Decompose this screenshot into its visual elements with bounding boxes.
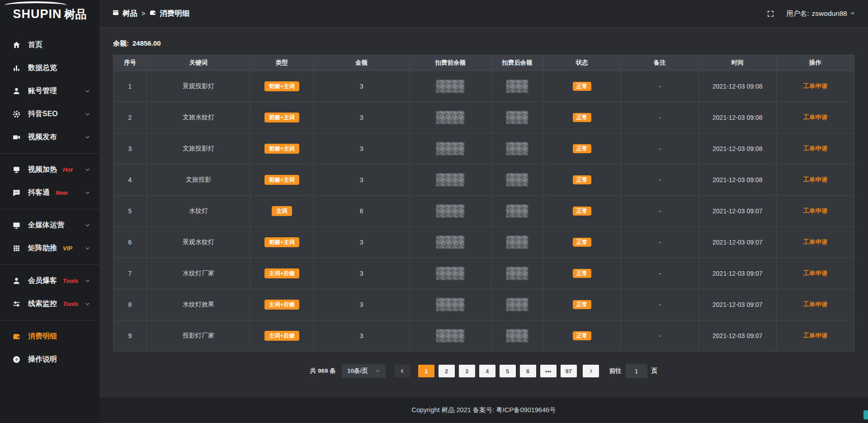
blurred-value — [506, 111, 528, 124]
chevron-down-icon — [85, 190, 90, 196]
sidebar-item-help[interactable]: ?操作说明 — [0, 348, 99, 371]
cell-no: 8 — [113, 289, 147, 320]
status-badge: 正常 — [573, 269, 591, 278]
work-order-apply-link[interactable]: 工单申请 — [803, 270, 827, 277]
cell-no: 2 — [113, 102, 147, 133]
work-order-apply-link[interactable]: 工单申请 — [803, 207, 827, 214]
sidebar-item-media-operation[interactable]: 全媒体运营 — [0, 214, 99, 237]
table-row: 3文旅投影灯前缀+主词3正常-2021-12-03 09:08工单申请 — [113, 133, 854, 164]
cell-status: 正常 — [543, 196, 621, 227]
sidebar-item-douyin-seo[interactable]: 抖音SEO — [0, 103, 99, 126]
type-badge: 前缀+主词 — [264, 237, 299, 248]
cell-action: 工单申请 — [776, 227, 854, 258]
cell-keyword: 水纹灯厂家 — [146, 258, 250, 289]
screen-icon — [12, 165, 21, 174]
blurred-value — [436, 205, 464, 217]
page-button-3[interactable]: 3 — [459, 365, 475, 377]
cell-balance-before — [410, 320, 491, 352]
next-page-button[interactable] — [583, 365, 599, 377]
table-row: 5水纹灯主词6正常-2021-12-03 09:07工单申请 — [113, 196, 854, 227]
cell-balance-before — [410, 133, 491, 164]
blurred-value — [436, 267, 464, 280]
cell-type: 主词+后缀 — [250, 258, 313, 289]
cell-balance-after — [491, 258, 543, 289]
chevron-down-icon — [85, 222, 90, 228]
cell-keyword: 文旅水纹灯 — [146, 102, 250, 133]
cell-amount: 3 — [313, 320, 410, 352]
sidebar-item-member-baoke[interactable]: 会员爆客Tools — [0, 269, 99, 292]
chevron-down-icon — [85, 167, 90, 173]
blurred-value — [506, 80, 528, 93]
cell-action: 工单申请 — [776, 320, 854, 352]
page-size-select[interactable]: 10条/页 — [342, 364, 386, 378]
grid-icon — [12, 244, 21, 253]
sidebar-item-douketong[interactable]: 抖客通New — [0, 181, 99, 204]
fullscreen-icon[interactable] — [767, 10, 774, 18]
page-ellipsis-button[interactable]: ••• — [540, 365, 557, 377]
chevron-down-icon — [375, 368, 380, 375]
cell-keyword: 文旅投影 — [146, 164, 250, 196]
cell-type: 前缀+主词 — [250, 133, 313, 164]
balance-label: 余额: — [113, 39, 129, 48]
cell-status: 正常 — [543, 133, 621, 164]
sidebar-item-tag: Tools — [63, 277, 78, 284]
cell-time: 2021-12-03 09:07 — [698, 289, 776, 320]
page-button-97[interactable]: 97 — [561, 365, 577, 377]
work-order-apply-link[interactable]: 工单申请 — [803, 301, 827, 308]
type-badge: 前缀+主词 — [264, 113, 299, 123]
sidebar-item-label: 操作说明 — [28, 355, 57, 364]
sidebar-item-data-overview[interactable]: 数据总览 — [0, 56, 99, 80]
cell-type: 主词 — [250, 196, 313, 227]
work-order-apply-link[interactable]: 工单申请 — [803, 145, 827, 152]
work-order-apply-link[interactable]: 工单申请 — [803, 176, 827, 183]
work-order-apply-link[interactable]: 工单申请 — [803, 332, 827, 339]
page-button-2[interactable]: 2 — [439, 365, 455, 377]
sidebar-item-clue-monitor[interactable]: 线索监控Tools — [0, 292, 99, 315]
sidebar-item-consume-detail[interactable]: 消费明细 — [0, 325, 99, 348]
goto-unit: 页 — [651, 367, 658, 375]
cell-action: 工单申请 — [776, 102, 854, 133]
user-area: 用户名: zswodun88 — [767, 9, 855, 19]
breadcrumb-item[interactable]: 树品 — [112, 9, 137, 19]
blurred-value — [436, 298, 464, 311]
breadcrumb-item[interactable]: 消费明细 — [149, 9, 189, 19]
member-icon — [12, 277, 21, 286]
sidebar-item-tag: VIP — [63, 245, 72, 252]
content-area: 余额: 24856.00 序号关键词类型金额扣费前余额扣费后余额状态备注时间操作… — [99, 28, 868, 397]
column-header-balance-after: 扣费后余额 — [491, 55, 543, 71]
chat-widget-sliver[interactable] — [863, 410, 868, 419]
cell-status: 正常 — [543, 102, 621, 133]
sidebar-item-video-publish[interactable]: 视频发布 — [0, 126, 99, 149]
cell-balance-before — [410, 196, 491, 227]
page-button-4[interactable]: 4 — [479, 365, 495, 377]
user-dropdown[interactable]: 用户名: zswodun88 — [786, 9, 855, 19]
sidebar-item-matrix-boost[interactable]: 矩阵助推VIP — [0, 237, 99, 260]
work-order-apply-link[interactable]: 工单申请 — [803, 114, 827, 121]
cell-keyword: 景观水纹灯 — [146, 227, 250, 258]
type-badge: 主词+后缀 — [264, 268, 299, 279]
cell-action: 工单申请 — [776, 164, 854, 196]
sidebar-item-video-heat[interactable]: 视频加热Hot — [0, 158, 99, 181]
sidebar-item-account-manage[interactable]: 账号管理 — [0, 80, 99, 103]
work-order-apply-link[interactable]: 工单申请 — [803, 83, 827, 89]
page-button-6[interactable]: 6 — [520, 365, 536, 377]
cell-time: 2021-12-03 09:07 — [698, 258, 776, 289]
cell-action: 工单申请 — [776, 258, 854, 289]
prev-page-button[interactable] — [394, 365, 410, 377]
column-header-action: 操作 — [776, 55, 854, 71]
work-order-apply-link[interactable]: 工单申请 — [803, 239, 827, 245]
status-badge: 正常 — [573, 113, 591, 122]
column-header-type: 类型 — [250, 55, 313, 71]
cell-status: 正常 — [543, 289, 621, 320]
sidebar-item-label: 抖客通 — [28, 188, 50, 197]
sidebar-item-home[interactable]: 首页 — [0, 33, 99, 56]
page-button-5[interactable]: 5 — [500, 365, 516, 377]
video-camera-icon — [12, 133, 21, 142]
status-badge: 正常 — [573, 238, 591, 247]
cell-balance-before — [410, 71, 491, 102]
page-button-1[interactable]: 1 — [418, 365, 434, 377]
type-badge: 前缀+主词 — [264, 175, 299, 185]
goto-page-input[interactable] — [626, 364, 647, 378]
cell-type: 前缀+主词 — [250, 227, 313, 258]
app-logo[interactable]: SHUPIN 树品 — [0, 0, 99, 28]
